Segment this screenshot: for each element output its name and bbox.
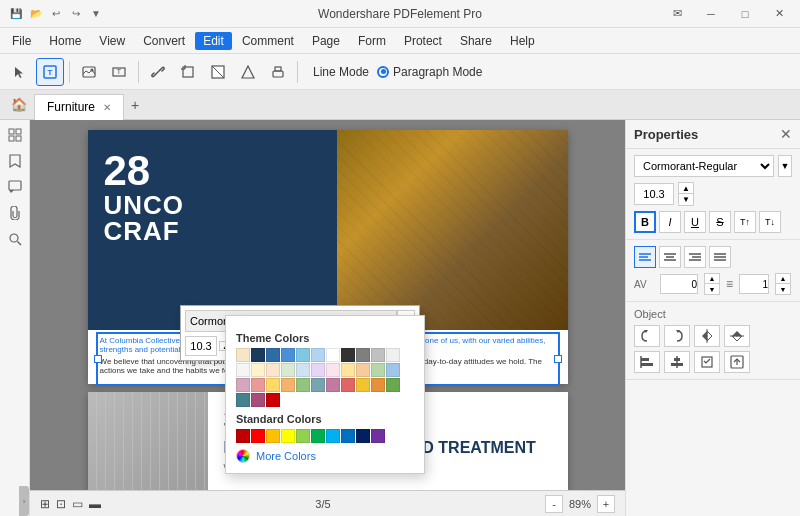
color-cell[interactable] xyxy=(266,429,280,443)
color-cell[interactable] xyxy=(341,429,355,443)
color-cell[interactable] xyxy=(386,363,400,377)
menu-home[interactable]: Home xyxy=(41,32,89,50)
color-cell[interactable] xyxy=(341,348,355,362)
rotate-cw-button[interactable] xyxy=(664,325,690,347)
color-cell[interactable] xyxy=(371,348,385,362)
color-cell[interactable] xyxy=(371,378,385,392)
stamp-button[interactable] xyxy=(264,58,292,86)
font-dropdown-arrow[interactable]: ▼ xyxy=(778,155,792,177)
superscript-format-button[interactable]: T↑ xyxy=(734,211,756,233)
bold-format-button[interactable]: B xyxy=(634,211,656,233)
color-cell[interactable] xyxy=(266,378,280,392)
spacing-up[interactable]: ▲ xyxy=(705,274,719,284)
color-cell[interactable] xyxy=(371,363,385,377)
menu-protect[interactable]: Protect xyxy=(396,32,450,50)
edit-text-button[interactable]: T xyxy=(36,58,64,86)
color-cell[interactable] xyxy=(311,429,325,443)
color-cell[interactable] xyxy=(251,393,265,407)
color-cell[interactable] xyxy=(281,378,295,392)
new-tab-button[interactable]: + xyxy=(124,94,146,116)
maximize-button[interactable]: □ xyxy=(732,5,758,23)
open-icon[interactable]: 📂 xyxy=(28,6,44,22)
sidebar-thumbnail-icon[interactable] xyxy=(4,124,26,146)
view-double-icon[interactable]: ▬ xyxy=(89,497,101,511)
color-cell[interactable] xyxy=(266,393,280,407)
font-size-input[interactable] xyxy=(185,336,217,356)
zoom-in-button[interactable]: + xyxy=(597,495,615,513)
fit-page-icon[interactable]: ⊞ xyxy=(40,497,50,511)
color-cell[interactable] xyxy=(341,363,355,377)
font-size-down-button[interactable]: ▼ xyxy=(679,194,693,205)
view-single-icon[interactable]: ▭ xyxy=(72,497,83,511)
color-cell[interactable] xyxy=(251,363,265,377)
color-cell[interactable] xyxy=(311,363,325,377)
sidebar-attachment-icon[interactable] xyxy=(4,202,26,224)
menu-share[interactable]: Share xyxy=(452,32,500,50)
color-cell[interactable] xyxy=(356,348,370,362)
spacing-down[interactable]: ▼ xyxy=(705,284,719,294)
color-cell[interactable] xyxy=(266,348,280,362)
color-cell[interactable] xyxy=(341,378,355,392)
minimize-button[interactable]: ─ xyxy=(698,5,724,23)
strikethrough-format-button[interactable]: S xyxy=(709,211,731,233)
color-cell[interactable] xyxy=(326,429,340,443)
select-tool-button[interactable] xyxy=(6,58,34,86)
line-spacing-down[interactable]: ▼ xyxy=(776,284,790,294)
menu-comment[interactable]: Comment xyxy=(234,32,302,50)
props-font-select[interactable]: Cormorant-Regular xyxy=(634,155,774,177)
color-cell[interactable] xyxy=(371,429,385,443)
color-cell[interactable] xyxy=(266,363,280,377)
paragraph-mode-group[interactable]: Paragraph Mode xyxy=(377,65,482,79)
color-cell[interactable] xyxy=(251,429,265,443)
color-cell[interactable] xyxy=(251,378,265,392)
color-cell[interactable] xyxy=(311,348,325,362)
customize-icon[interactable]: ▼ xyxy=(88,6,104,22)
sidebar-search-icon[interactable] xyxy=(4,228,26,250)
paragraph-mode-radio[interactable] xyxy=(377,66,389,78)
insert-image-button[interactable] xyxy=(75,58,103,86)
sidebar-bookmark-icon[interactable] xyxy=(4,150,26,172)
color-cell[interactable] xyxy=(236,348,250,362)
color-cell[interactable] xyxy=(296,429,310,443)
color-cell[interactable] xyxy=(281,429,295,443)
color-cell[interactable] xyxy=(296,348,310,362)
color-cell[interactable] xyxy=(236,363,250,377)
color-cell[interactable] xyxy=(326,363,340,377)
color-cell[interactable] xyxy=(356,378,370,392)
color-cell[interactable] xyxy=(356,363,370,377)
sidebar-collapse-arrow[interactable]: › xyxy=(19,486,29,516)
color-cell[interactable] xyxy=(281,363,295,377)
color-cell[interactable] xyxy=(296,363,310,377)
flip-h-button[interactable] xyxy=(694,325,720,347)
redo-icon[interactable]: ↪ xyxy=(68,6,84,22)
color-cell[interactable] xyxy=(311,378,325,392)
align-justify-button[interactable] xyxy=(709,246,731,268)
menu-form[interactable]: Form xyxy=(350,32,394,50)
align-left-button[interactable] xyxy=(634,246,656,268)
tab-furniture[interactable]: Furniture ✕ xyxy=(34,94,124,120)
color-cell[interactable] xyxy=(281,348,295,362)
underline-format-button[interactable]: U xyxy=(684,211,706,233)
email-icon[interactable]: ✉ xyxy=(664,5,690,23)
text-box-button[interactable]: T xyxy=(105,58,133,86)
align-left-obj-button[interactable] xyxy=(634,351,660,373)
color-cell[interactable] xyxy=(236,393,250,407)
menu-file[interactable]: File xyxy=(4,32,39,50)
fit-width-icon[interactable]: ⊡ xyxy=(56,497,66,511)
color-cell[interactable] xyxy=(326,378,340,392)
color-cell[interactable] xyxy=(236,378,250,392)
color-cell[interactable] xyxy=(296,378,310,392)
whiteout-button[interactable] xyxy=(204,58,232,86)
color-cell[interactable] xyxy=(251,348,265,362)
crop-button[interactable] xyxy=(174,58,202,86)
line-spacing-up[interactable]: ▲ xyxy=(776,274,790,284)
color-cell[interactable] xyxy=(326,348,340,362)
shape-button[interactable] xyxy=(234,58,262,86)
properties-close-button[interactable]: ✕ xyxy=(780,126,792,142)
align-center-button[interactable] xyxy=(659,246,681,268)
menu-edit[interactable]: Edit xyxy=(195,32,232,50)
rotate-ccw-button[interactable] xyxy=(634,325,660,347)
menu-convert[interactable]: Convert xyxy=(135,32,193,50)
align-right-button[interactable] xyxy=(684,246,706,268)
tab-close-button[interactable]: ✕ xyxy=(103,102,111,113)
